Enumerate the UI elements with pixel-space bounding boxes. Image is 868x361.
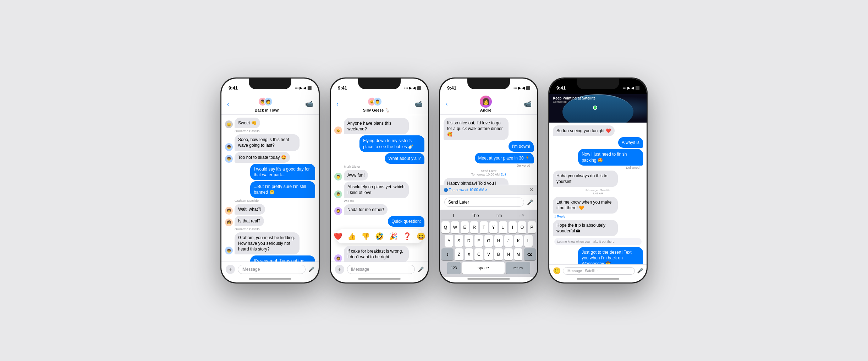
suggestion-im[interactable]: I'm (496, 213, 502, 218)
input-bar-1: + iMessage 🎤 (221, 262, 319, 277)
suggestion-the[interactable]: The (472, 213, 479, 218)
avatar-3: 👩 (480, 96, 492, 108)
key-s[interactable]: S (455, 235, 463, 247)
keyboard-3: I The I'm ꟷA Q W E R T Y U I O P (440, 210, 537, 277)
key-v[interactable]: V (484, 248, 493, 260)
messages-area-4: So fun seeing you tonight ❤️ Always is N… (549, 123, 647, 264)
bubble: Sweet 👊 (235, 118, 260, 128)
key-t[interactable]: T (480, 221, 488, 233)
sender-label: Will Xu (344, 199, 424, 203)
avatar: 👨 (334, 173, 342, 180)
bubble: I would say it's a good day for that wat… (250, 164, 315, 180)
nav-center-1[interactable]: 👦 🧑 Back in Town (255, 96, 280, 112)
key-o[interactable]: O (518, 221, 526, 233)
key-numbers[interactable]: 123 (447, 262, 461, 274)
nav-center-2[interactable]: 🐱 👨 Silly Geese 🪿 (363, 96, 390, 113)
reply-count[interactable]: 1 Reply (554, 215, 643, 218)
close-send-later[interactable]: ✕ (529, 187, 534, 193)
sender-label: Graham McBride (235, 199, 315, 203)
reply-preview: Let me know when you make it out there! (554, 238, 642, 245)
suggestion-i[interactable]: I (453, 213, 454, 218)
key-n[interactable]: N (504, 248, 513, 260)
mic-button-3[interactable]: 🎤 (527, 199, 533, 205)
key-a[interactable]: A (445, 235, 453, 247)
key-x[interactable]: X (465, 248, 473, 260)
chat-name-2: Silly Geese 🪿 (363, 108, 390, 113)
nav-center-3[interactable]: 👩 Andre (480, 96, 492, 112)
key-row-qwerty: Q W E R T Y U I O P (441, 221, 536, 233)
msg-row: 👨 Aww fun! (334, 170, 424, 180)
key-q[interactable]: Q (441, 221, 450, 233)
mic-button-2[interactable]: 🎤 (418, 266, 424, 272)
back-button-3[interactable]: ‹ (446, 101, 447, 107)
tapback-laugh[interactable]: 🤣 (375, 232, 384, 241)
message-input-1[interactable]: iMessage (238, 265, 306, 274)
msg-row: Now I just need to finish packing 🤩 (553, 149, 643, 165)
avatar: 👦 (225, 155, 233, 163)
key-r[interactable]: R (470, 221, 478, 233)
video-button-3[interactable]: 📹 (524, 100, 532, 108)
key-w[interactable]: W (451, 221, 459, 233)
key-u[interactable]: U (499, 221, 507, 233)
key-y[interactable]: Y (489, 221, 498, 233)
suggestions-row: I The I'm ꟷA (441, 212, 536, 220)
key-p[interactable]: P (528, 221, 536, 233)
messages-area-1: 😊 Sweet 👊 Guillermo Castillo 👦 Sooo, how… (221, 115, 319, 262)
back-button-1[interactable]: ‹ (227, 101, 229, 107)
msg-row: 🐱 Anyone have plans this weekend? (334, 118, 424, 134)
bubble: ...But I'm pretty sure I'm still banned … (250, 181, 315, 198)
tapback-party[interactable]: 🎉 (389, 232, 398, 241)
satellite-input[interactable]: iMessage · Satellite (563, 267, 635, 275)
key-e[interactable]: E (461, 221, 469, 233)
key-f[interactable]: F (474, 235, 483, 247)
message-input-2[interactable]: iMessage (347, 265, 415, 274)
key-m[interactable]: M (514, 248, 523, 260)
msg-row: It's very real. Turns out the water slid… (225, 255, 315, 262)
time-3: 9:41 (447, 85, 456, 91)
phone-1: 9:41 ▪▪▪ ▶ ◀ ⬛ ‹ 👦 🧑 Back in Town 📹 😊 Sw… (220, 77, 320, 284)
mic-button-1[interactable]: 🎤 (308, 266, 314, 272)
tapback-thumbsup[interactable]: 👍 (347, 232, 356, 241)
key-g[interactable]: G (484, 235, 493, 247)
notch-2 (358, 79, 401, 89)
add-button-1[interactable]: + (226, 265, 235, 274)
group-avatars-2: 🐱 👨 (368, 96, 385, 108)
key-space[interactable]: space (462, 262, 505, 274)
avatar-2b: 👨 (373, 97, 382, 106)
key-i[interactable]: I (509, 221, 517, 233)
tapback-thumbsdown[interactable]: 👎 (361, 232, 370, 241)
satellite-info: Keep Pointing at Satellite Connected (553, 96, 595, 103)
video-button-1[interactable]: 📹 (305, 100, 313, 108)
msg-row: Always is (553, 137, 643, 148)
video-button-2[interactable]: 📹 (414, 100, 422, 108)
add-button-2[interactable]: + (335, 265, 344, 274)
key-z[interactable]: Z (455, 248, 463, 260)
msg-row: I'm down! (444, 141, 534, 152)
tapback-heart[interactable]: ❤️ (334, 232, 342, 241)
tapback-haha[interactable]: 😆 (417, 232, 425, 241)
emoji-button-4[interactable]: 🙂 (553, 267, 561, 275)
notch-3 (467, 79, 510, 89)
message-input-3[interactable]: Send Later (444, 198, 524, 207)
key-b[interactable]: B (494, 248, 503, 260)
key-k[interactable]: K (514, 235, 523, 247)
key-return[interactable]: return (506, 262, 530, 274)
bubble: Just got to the desert! Text you when I'… (578, 247, 643, 264)
key-c[interactable]: C (474, 248, 483, 260)
key-row-bottom: 123 space return (441, 262, 536, 274)
msg-row: 👨 Absolutely no plans yet, which I kind … (334, 182, 424, 198)
notch-4 (577, 79, 619, 89)
mic-button-4[interactable]: 🎤 (637, 268, 643, 274)
key-j[interactable]: J (504, 235, 513, 247)
tapback-question[interactable]: ❓ (403, 232, 412, 241)
nav-bar-2: ‹ 🐱 👨 Silly Geese 🪿 📹 (331, 94, 428, 115)
back-button-2[interactable]: ‹ (336, 101, 338, 107)
key-h[interactable]: H (494, 235, 503, 247)
notch-1 (249, 79, 291, 89)
key-delete[interactable]: ⌫ (524, 248, 536, 260)
key-d[interactable]: D (465, 235, 473, 247)
send-later-bar[interactable]: 🔵 Tomorrow at 10:00 AM > ✕ (440, 185, 537, 194)
key-l[interactable]: L (524, 235, 533, 247)
key-shift[interactable]: ⇧ (441, 248, 454, 260)
sender-label: Mark Dister (344, 165, 424, 168)
